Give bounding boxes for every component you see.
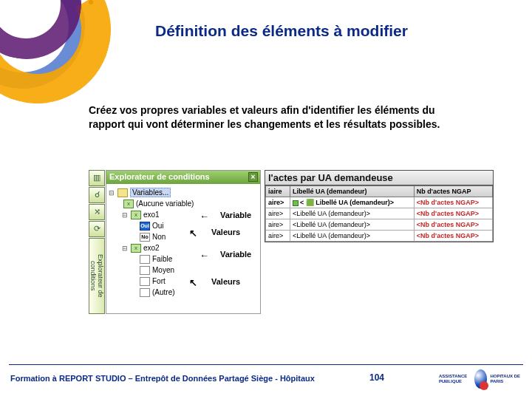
table-row: aire> <Libellé UA (demandeur)> <Nb d'act… — [266, 231, 493, 242]
table-row: aire> <Libellé UA (demandeur)> <Nb d'act… — [266, 208, 493, 219]
annot-valeurs-2: Valeurs — [211, 277, 240, 286]
table-row: aire> <Libellé UA (demandeur)> <Nb d'act… — [266, 219, 493, 231]
annot-valeurs-1: Valeurs — [211, 228, 240, 236]
toolbar-btn-refresh-icon[interactable]: ⟳ — [89, 221, 105, 237]
tree-value[interactable]: Oui — [152, 222, 164, 230]
data-grid: l'actes par UA demandeuse iaire Libellé … — [265, 170, 494, 242]
cell[interactable]: < 🟩 Libellé UA (demandeur)> — [300, 199, 394, 206]
grid-header-row: iaire Libellé UA (demandeur) Nb d'actes … — [266, 186, 493, 197]
annot-variable-2: Variable — [220, 250, 251, 259]
tree-root[interactable]: Variables... — [130, 188, 171, 197]
value-non-icon: No — [140, 233, 150, 242]
annot-variable-1: Variable — [220, 211, 251, 219]
folder-icon — [117, 188, 128, 197]
vertical-tab-conditions[interactable]: Explorateur de conditions — [89, 238, 105, 314]
close-icon[interactable]: × — [248, 172, 258, 182]
panel-header-label: Explorateur de conditions — [109, 172, 210, 181]
logo-text-right: HOPITAUX DE PARIS — [490, 374, 520, 384]
value-icon — [140, 255, 150, 264]
tree-value[interactable]: Moyen — [152, 266, 174, 274]
vertical-toolbar: ▥ ☌ ⤨ ⟳ Explorateur de conditions — [89, 170, 105, 314]
grid-header[interactable]: iaire — [266, 186, 290, 197]
tree-item-exo1[interactable]: exo1 — [143, 211, 160, 219]
logo-text-left: ASSISTANCE PUBLIQUE — [439, 374, 474, 384]
cell[interactable]: <Nb d'actes NGAP> — [414, 197, 492, 208]
tree-item[interactable]: (Aucune variable) — [136, 200, 194, 208]
value-oui-icon: Oui — [140, 222, 150, 231]
value-icon — [140, 277, 150, 286]
page-title: Définition des éléments à modifier — [155, 22, 408, 40]
var-icon: x — [131, 244, 141, 253]
panel-header: Explorateur de conditions × — [106, 171, 260, 184]
cell[interactable]: <Nb d'actes NGAP> — [414, 208, 492, 219]
value-icon — [140, 266, 150, 275]
tree-item-exo2[interactable]: exo2 — [143, 244, 160, 252]
cell-indicator-icon — [293, 200, 299, 206]
cell[interactable]: aire> — [266, 219, 290, 231]
cell[interactable]: <Libellé UA (demandeur)> — [290, 231, 414, 242]
grid-header[interactable]: Libellé UA (demandeur) — [290, 186, 414, 197]
figure-area: ▥ ☌ ⤨ ⟳ Explorateur de conditions Explor… — [89, 170, 495, 318]
cell[interactable]: aire> — [266, 231, 290, 242]
tree-value[interactable]: Faible — [152, 255, 172, 263]
logo-badge-icon — [474, 369, 488, 389]
cell[interactable]: aire> — [266, 208, 290, 219]
toolbar-btn-doc-icon[interactable]: ▥ — [89, 170, 105, 186]
cell[interactable]: aire> — [266, 197, 290, 208]
grid-header[interactable]: Nb d'actes NGAP — [414, 186, 492, 197]
var-none-icon: x — [123, 200, 134, 208]
cell[interactable]: <Libellé UA (demandeur)> — [290, 219, 414, 231]
table-row: aire> < 🟩 Libellé UA (demandeur)> <Nb d'… — [266, 197, 493, 208]
footer-rule — [9, 364, 523, 365]
value-icon — [140, 288, 150, 297]
toolbar-btn-arrows-icon[interactable]: ⤨ — [89, 204, 105, 220]
footer-text: Formation à REPORT STUDIO – Entrepôt de … — [10, 374, 315, 383]
tree-value[interactable]: (Autre) — [152, 288, 175, 296]
grid-title: l'actes par UA demandeuse — [265, 171, 493, 185]
toolbar-btn-zoom-icon[interactable]: ☌ — [89, 187, 105, 203]
cell[interactable]: <Nb d'actes NGAP> — [414, 231, 492, 242]
page-subtitle: Créez vos propres variables et valeurs a… — [89, 103, 466, 132]
var-icon: x — [131, 211, 141, 219]
conditions-explorer-panel: Explorateur de conditions × ⊟Variables..… — [106, 170, 261, 314]
page-number: 104 — [369, 372, 384, 383]
tree-value[interactable]: Non — [152, 233, 166, 241]
tree-value[interactable]: Fort — [152, 277, 166, 285]
cell[interactable]: <Libellé UA (demandeur)> — [290, 208, 414, 219]
aphp-logo: ASSISTANCE PUBLIQUE HOPITAUX DE PARIS — [439, 366, 520, 392]
cell[interactable]: <Nb d'actes NGAP> — [414, 219, 492, 231]
